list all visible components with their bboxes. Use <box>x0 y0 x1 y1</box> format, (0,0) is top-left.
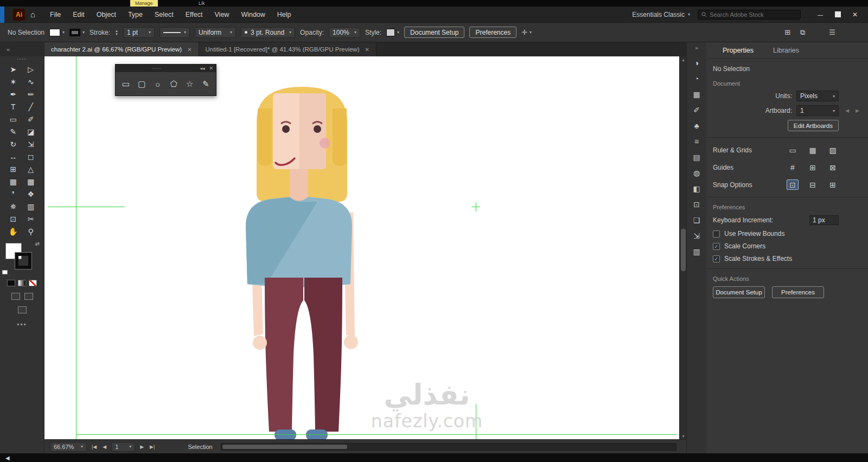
shaper-tool-icon[interactable]: ✎ <box>4 125 22 138</box>
artboard-artwork[interactable] <box>44 56 679 439</box>
default-fill-stroke-icon[interactable] <box>2 270 8 274</box>
artboard-dropdown[interactable]: 1 <box>796 105 839 116</box>
character-face-shade[interactable] <box>299 93 326 169</box>
workspace-switcher[interactable]: Essentials Classic <box>632 11 690 18</box>
draw-behind-icon[interactable] <box>24 293 33 300</box>
collapse-panel-icon[interactable] <box>200 66 205 71</box>
stroke-color-control[interactable] <box>69 29 85 36</box>
horizontal-scroll-thumb[interactable] <box>222 445 347 449</box>
vertical-scroll-thumb[interactable] <box>681 229 686 271</box>
controlbar-menu-icon[interactable]: ☰ <box>829 28 835 36</box>
document-setup-button[interactable]: Document Setup <box>404 27 464 38</box>
brush-definition-dropdown[interactable]: 3 pt. Round <box>241 27 295 38</box>
snap-to-grid-icon[interactable]: ⊡ <box>787 179 799 190</box>
eraser-tool-icon[interactable]: ◪ <box>22 125 40 138</box>
screen-mode-icon[interactable] <box>18 306 27 313</box>
color-guide-panel-icon[interactable]: ◔ <box>687 70 706 86</box>
lock-guides-icon[interactable]: ⊞ <box>807 162 819 172</box>
close-tab-icon[interactable] <box>187 47 192 53</box>
fill-color-control[interactable] <box>49 29 65 36</box>
color-panel-icon[interactable]: ◑ <box>687 55 706 70</box>
next-artboard-icon[interactable]: ▶ <box>856 108 859 113</box>
graphic-style-control[interactable] <box>386 29 399 36</box>
canvas[interactable]: ▭▢○⬠☆✎ نفذلي nafezly.com ▲ ▼ <box>44 56 686 439</box>
back-icon[interactable] <box>5 455 10 461</box>
direct-selection-tool-icon[interactable]: ▷ <box>22 63 40 75</box>
edit-artboards-button[interactable]: Edit Artboards <box>788 120 839 131</box>
arrange-documents-icon[interactable]: ⊞ <box>784 28 790 36</box>
units-dropdown[interactable]: Pixels <box>796 91 839 101</box>
show-transparency-grid-icon[interactable]: ▨ <box>827 145 839 155</box>
type-tool-icon[interactable]: T <box>4 100 22 113</box>
width-profile-dropdown[interactable]: Uniform <box>195 27 236 38</box>
scroll-up-icon[interactable]: ▲ <box>680 56 686 63</box>
tab-libraries[interactable]: Libraries <box>773 47 799 54</box>
color-button[interactable] <box>7 280 15 286</box>
preference-checkbox-row[interactable]: Scale Corners <box>713 242 861 250</box>
rotate-tool-icon[interactable]: ↻ <box>4 138 22 150</box>
document-tab-character[interactable]: charachter 2.ai @ 66.67% (RGB/GPU Previe… <box>44 42 199 56</box>
draw-normal-icon[interactable] <box>11 293 20 300</box>
swap-fill-stroke-icon[interactable] <box>35 241 40 247</box>
free-transform-tool-icon[interactable]: ◻ <box>22 150 40 163</box>
menu-item-select[interactable]: Select <box>149 11 180 18</box>
document-tab-untitled[interactable]: Untitled-1 [Recovered]* @ 41.43% (RGB/GP… <box>199 42 376 56</box>
shapes-floating-panel[interactable]: ▭▢○⬠☆✎ <box>115 64 216 96</box>
tab-properties[interactable]: Properties <box>723 47 754 54</box>
symbol-sprayer-tool-icon[interactable]: ✵ <box>4 200 22 213</box>
panel-grip[interactable] <box>118 67 195 70</box>
close-tab-icon[interactable] <box>365 47 369 53</box>
polygon-shape-icon[interactable]: ⬠ <box>168 77 180 91</box>
menu-item-effect[interactable]: Effect <box>180 11 209 18</box>
layers-panel-icon[interactable]: ❏ <box>687 212 706 228</box>
first-artboard-button[interactable]: |◀ <box>91 444 98 450</box>
line-segment-tool-icon[interactable]: ╱ <box>22 100 40 113</box>
swatches-panel-icon[interactable]: ▦ <box>687 86 706 102</box>
rounded-rectangle-shape-icon[interactable]: ▢ <box>136 77 148 91</box>
character-blush[interactable] <box>320 138 330 149</box>
character-right-leg[interactable] <box>304 278 342 432</box>
previous-artboard-button[interactable]: ◀ <box>101 444 107 450</box>
stroke-weight-dropdown[interactable]: 1 pt <box>123 27 155 38</box>
appearance-panel-icon[interactable]: ▤ <box>687 149 706 165</box>
asset-export-panel-icon[interactable]: ⇲ <box>687 228 706 243</box>
pen-tool-icon[interactable]: ✒ <box>4 88 22 100</box>
make-guides-icon[interactable]: ⊠ <box>827 162 839 172</box>
style-swatch[interactable] <box>386 29 395 36</box>
character-hair-lock-left[interactable] <box>258 108 272 166</box>
stroke-style-dropdown[interactable] <box>159 27 190 38</box>
show-grid-icon[interactable]: ▦ <box>807 145 819 155</box>
rectangle-shape-icon[interactable]: ▭ <box>120 77 132 91</box>
libraries-panel-icon[interactable]: ▥ <box>687 243 706 259</box>
transform-control[interactable]: ✛ <box>521 28 532 36</box>
edit-toolbar-icon[interactable] <box>0 321 44 329</box>
slice-tool-icon[interactable]: ✂ <box>22 213 40 225</box>
adobe-stock-search[interactable] <box>698 10 801 20</box>
document-layout-icon[interactable]: ⧉ <box>800 28 805 37</box>
artboard-nav-dropdown[interactable]: 1 <box>111 442 135 452</box>
character-illustration[interactable] <box>246 87 358 439</box>
quick-action-document-setup-button[interactable]: Document Setup <box>713 286 765 298</box>
opacity-dropdown[interactable]: 100% <box>329 27 360 38</box>
toolbar-grip[interactable] <box>0 56 44 62</box>
next-artboard-button[interactable]: ▶ <box>139 444 145 450</box>
keyboard-increment-field[interactable]: 1 px <box>809 215 839 225</box>
rectangle-tool-icon[interactable]: ▭ <box>4 113 22 125</box>
symbols-panel-icon[interactable]: ♣ <box>687 118 706 133</box>
character-neck[interactable] <box>290 165 308 201</box>
horizontal-scrollbar[interactable] <box>221 443 676 451</box>
snap-to-pixel-icon[interactable]: ⊞ <box>827 179 839 190</box>
shapes-panel-header[interactable] <box>116 65 216 72</box>
close-button[interactable] <box>846 7 864 22</box>
menu-item-object[interactable]: Object <box>91 11 122 18</box>
transparency-panel-icon[interactable]: ◍ <box>687 165 706 181</box>
quick-action-preferences-button[interactable]: Preferences <box>772 286 824 298</box>
snap-to-point-icon[interactable]: ⊟ <box>807 179 819 190</box>
scale-tool-icon[interactable]: ⇲ <box>22 138 40 150</box>
character-left-eye[interactable] <box>282 125 290 133</box>
home-icon[interactable] <box>30 10 35 19</box>
none-button[interactable] <box>29 280 37 286</box>
ellipse-shape-icon[interactable]: ○ <box>152 77 164 91</box>
guides[interactable] <box>48 56 677 439</box>
curvature-tool-icon[interactable]: ✏ <box>22 88 40 100</box>
